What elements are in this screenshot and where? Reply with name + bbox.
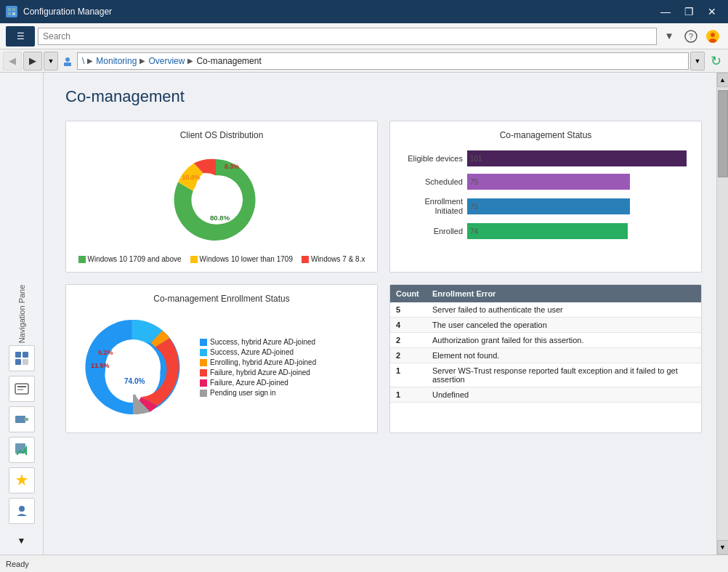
svg-text:6.2%: 6.2% (98, 349, 113, 356)
legend-win10-below: Windows 10 lower than 1709 (190, 255, 293, 263)
toolbar: ☰ ▼ ? (0, 23, 728, 49)
client-os-chart: 8.3% 10.8% 80.8% Windows 10 1709 and abo… (75, 148, 368, 263)
comanagement-bar-chart: Eligible devices 101 Scheduled 75 (399, 148, 692, 249)
scrollbar: ▲ ▼ (716, 73, 728, 555)
breadcrumb-overview[interactable]: Overview (148, 56, 185, 66)
sidebar-collapse-btn[interactable]: ▼ (17, 536, 26, 549)
sidebar-icon-6[interactable] (9, 498, 35, 524)
sidebar-icon-4[interactable] (9, 437, 35, 463)
svg-rect-2 (8, 12, 11, 15)
scroll-up-btn[interactable]: ▲ (717, 73, 729, 87)
enrollment-error-table: Count Enrollment Error 5 Server failed t… (390, 285, 701, 403)
col-count: Count (390, 285, 426, 302)
legend-success-azure: Success, Azure AD-joined (200, 348, 316, 356)
svg-rect-16 (17, 386, 26, 387)
breadcrumb-monitoring[interactable]: Monitoring (96, 56, 137, 66)
legend-color-win10-below (190, 256, 198, 263)
legend-color-win7 (302, 256, 309, 263)
back-button[interactable]: ◀ (3, 52, 22, 71)
enrollment-chart-area: 74.0% 6.2% 11.5% Success, hybrid Azure A… (75, 311, 368, 424)
svg-point-9 (65, 57, 70, 62)
table-row: 4 The user canceled the operation (390, 318, 701, 333)
comanagement-status-card: Co-management Status Eligible devices 10… (389, 121, 702, 273)
breadcrumb-current: Co-management (196, 56, 261, 66)
svg-rect-10 (64, 63, 71, 66)
col-error: Enrollment Error (426, 285, 701, 302)
nav-bar: ◀ ▶ ▼ \ ▶ Monitoring ▶ Overview ▶ Co-man… (0, 49, 728, 73)
scroll-down-btn[interactable]: ▼ (717, 540, 729, 555)
svg-rect-13 (15, 359, 21, 365)
bar-row-enrollment-initiated: EnrollmentInitiated 75 (405, 197, 687, 216)
client-os-donut: 8.3% 10.8% 80.8% (163, 148, 280, 249)
maximize-button[interactable]: ❐ (679, 4, 699, 20)
minimize-button[interactable]: — (655, 4, 676, 20)
bar-row-eligible: Eligible devices 101 (405, 150, 687, 166)
content-area: Co-management Client OS Distribution (44, 73, 716, 555)
table-row: 2 Authorization grant failed for this as… (390, 333, 701, 348)
help-button[interactable]: ? (682, 27, 700, 46)
forward-button[interactable]: ▶ (23, 52, 42, 71)
sidebar-icon-5[interactable] (9, 467, 35, 494)
svg-text:11.5%: 11.5% (91, 362, 110, 369)
refresh-button[interactable]: ↻ (706, 52, 725, 71)
breadcrumb-root[interactable]: \ (82, 56, 84, 66)
legend-failure-azure: Failure, Azure AD-joined (200, 379, 316, 387)
breadcrumb: \ ▶ Monitoring ▶ Overview ▶ Co-managemen… (77, 52, 689, 70)
menu-button[interactable]: ☰ (6, 26, 35, 47)
table-row: 2 Element not found. (390, 348, 701, 363)
legend-pending: Pending user sign in (200, 389, 316, 397)
title-bar: Configuration Manager — ❐ ✕ (0, 0, 728, 23)
table-row: 1 Server WS-Trust response reported faul… (390, 363, 701, 387)
status-bar: Ready (0, 555, 728, 572)
enrollment-status-title: Co-management Enrollment Status (75, 294, 368, 304)
svg-rect-0 (8, 8, 11, 11)
svg-rect-1 (12, 8, 15, 11)
svg-text:74.0%: 74.0% (124, 377, 145, 385)
legend-success-hybrid: Success, hybrid Azure AD-joined (200, 338, 316, 346)
svg-text:10.8%: 10.8% (182, 174, 201, 181)
svg-rect-12 (23, 352, 28, 358)
legend-enrolling-hybrid: Enrolling, hybrid Azure AD-joined (200, 358, 316, 366)
svg-text:?: ? (689, 32, 693, 41)
bar-row-scheduled: Scheduled 75 (405, 174, 687, 190)
sidebar-icon-2[interactable] (9, 376, 35, 402)
nav-dropdown-btn[interactable]: ▼ (660, 27, 679, 46)
svg-point-8 (709, 39, 716, 43)
close-button[interactable]: ✕ (702, 4, 722, 20)
svg-rect-19 (24, 418, 28, 421)
sidebar-icon-1[interactable] (9, 345, 35, 371)
client-os-legend: Windows 10 1709 and above Windows 10 low… (78, 255, 365, 263)
scroll-thumb[interactable] (718, 90, 728, 177)
svg-text:80.8%: 80.8% (210, 214, 230, 222)
svg-rect-3 (12, 12, 15, 15)
user-button[interactable] (703, 27, 722, 46)
sidebar-icon-3[interactable] (9, 406, 35, 432)
table-row: 1 Undefined (390, 387, 701, 403)
main-layout: Navigation Pane ▼ Co-management (0, 73, 728, 555)
client-os-title: Client OS Distribution (75, 130, 368, 140)
search-input[interactable] (38, 28, 657, 45)
svg-rect-11 (15, 352, 21, 358)
window-controls: — ❐ ✕ (655, 4, 722, 20)
svg-point-7 (711, 33, 715, 37)
bar-row-enrolled: Enrolled 74 (405, 223, 687, 239)
table-row: 5 Server failed to authenticate the user (390, 302, 701, 318)
svg-point-21 (19, 506, 25, 512)
nav-icon (60, 53, 76, 69)
breadcrumb-dropdown[interactable]: ▼ (690, 52, 705, 71)
nav-history-dropdown[interactable]: ▼ (44, 52, 58, 71)
svg-rect-17 (17, 389, 23, 390)
svg-point-26 (105, 339, 161, 395)
enrollment-error-card: Count Enrollment Error 5 Server failed t… (389, 284, 702, 433)
legend-win7: Windows 7 & 8.x (302, 255, 365, 263)
app-icon (6, 6, 17, 17)
svg-text:8.3%: 8.3% (225, 163, 239, 170)
cards-grid: Client OS Distribution 8. (65, 121, 702, 433)
enrollment-legend: Success, hybrid Azure AD-joined Success,… (200, 338, 316, 397)
enrollment-status-card: Co-management Enrollment Status (65, 284, 378, 433)
legend-color-win10-above (78, 256, 86, 263)
legend-failure-hybrid: Failure, hybrid Azure AD-joined (200, 368, 316, 376)
svg-rect-18 (15, 416, 25, 423)
svg-rect-14 (23, 359, 28, 365)
sidebar: Navigation Pane ▼ (0, 73, 44, 555)
